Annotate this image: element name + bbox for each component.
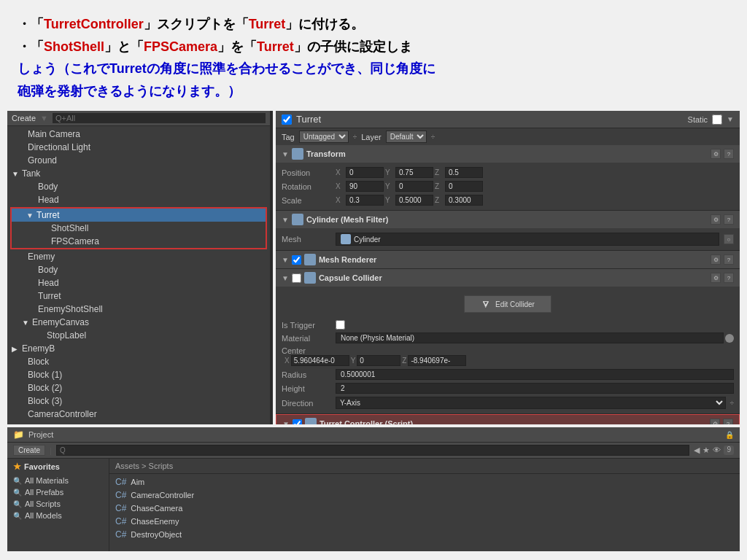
script-item-aim[interactable]: C# Aim — [109, 475, 740, 489]
mesh-label: Mesh — [282, 235, 333, 244]
mesh-renderer-header[interactable]: ▼ Mesh Renderer ⚙ ? — [276, 251, 740, 268]
capsule-collider-settings-icon[interactable]: ⚙ — [711, 273, 721, 283]
hierarchy-item-camera-controller[interactable]: CameraController — [7, 408, 270, 421]
hierarchy-item-main-camera[interactable]: Main Camera — [7, 128, 270, 141]
eye-icon[interactable]: 👁 — [713, 446, 721, 455]
turret-controller-component: ▼ Turret Controller (Script) ⚙ ? Script … — [276, 414, 740, 424]
tree-arrow[interactable]: ▼ — [26, 211, 36, 219]
hierarchy-item-enemy-canvas[interactable]: ▼ EnemyCanvas — [7, 316, 270, 329]
tree-arrow[interactable]: ▼ — [22, 319, 32, 327]
mesh-renderer-help-icon[interactable]: ? — [724, 254, 734, 265]
hierarchy-search-input[interactable] — [53, 113, 266, 123]
mesh-renderer-arrow: ▼ — [282, 256, 289, 264]
project-search-input[interactable] — [56, 445, 690, 456]
fav-item-all-prefabs[interactable]: 🔍 All Prefabs — [7, 486, 109, 498]
edit-collider-row: ⛛ Edit Collider — [282, 289, 734, 319]
hierarchy-item-directional-light[interactable]: Directional Light — [7, 141, 270, 154]
radius-value: 0.5000001 — [336, 369, 734, 380]
mesh-renderer-settings-icon[interactable]: ⚙ — [711, 254, 721, 265]
mesh-circle-btn[interactable]: ○ — [724, 234, 734, 244]
turret-controller-settings-icon[interactable]: ⚙ — [710, 419, 720, 424]
hierarchy-item-turret[interactable]: ▼ Turret — [12, 209, 266, 222]
mesh-filter-help-icon[interactable]: ? — [724, 214, 734, 225]
scripts-list[interactable]: C# Aim C# CameraController C# ChaseCamer… — [109, 474, 740, 551]
hierarchy-item-block1[interactable]: Block (1) — [7, 368, 270, 381]
hierarchy-item-enemy-shotshell[interactable]: EnemyShotShell — [7, 303, 270, 316]
hierarchy-item-fpscamera[interactable]: FPSCamera — [12, 235, 266, 248]
inspector-static-checkbox[interactable] — [712, 114, 722, 125]
position-y-input[interactable] — [395, 167, 433, 178]
transform-settings-icon[interactable]: ⚙ — [711, 149, 721, 159]
mesh-renderer-checkbox[interactable] — [292, 255, 301, 265]
position-z-input[interactable] — [445, 167, 483, 178]
tree-arrow[interactable]: ▶ — [12, 345, 22, 353]
tree-arrow[interactable]: ▼ — [12, 170, 22, 178]
position-x-input[interactable] — [346, 167, 384, 178]
mesh-filter-settings-icon[interactable]: ⚙ — [711, 214, 721, 225]
project-create-btn[interactable]: Create — [13, 445, 45, 456]
mesh-filter-header[interactable]: ▼ Cylinder (Mesh Filter) ⚙ ? — [276, 211, 740, 228]
hierarchy-create-btn[interactable]: Create — [12, 114, 36, 122]
transform-body: Position X Y Z Rotation X — [276, 163, 740, 210]
project-panel: 📁 Project 🔒 Create | ◀ ★ 👁 9 ★ — [7, 427, 740, 551]
material-circle-btn[interactable] — [725, 334, 734, 343]
hierarchy-item-enemy-turret[interactable]: Turret — [7, 289, 270, 303]
fav-item-all-scripts[interactable]: 🔍 All Scripts — [7, 498, 109, 510]
back-icon[interactable]: ◀ — [694, 446, 700, 455]
turret-controller-checkbox[interactable] — [293, 419, 302, 425]
material-value-row: None (Physic Material) — [336, 332, 734, 343]
scale-z-input[interactable] — [445, 195, 483, 206]
script-item-destroy-object[interactable]: C# DestroyObject — [109, 528, 740, 541]
rotation-x-input[interactable] — [346, 181, 384, 192]
inspector-active-checkbox[interactable] — [282, 114, 292, 125]
fav-item-all-models[interactable]: 🔍 All Models — [7, 510, 109, 521]
rotation-z-input[interactable] — [445, 181, 483, 192]
scale-y-input[interactable] — [395, 195, 433, 206]
is-trigger-checkbox[interactable] — [336, 320, 345, 330]
hierarchy-item-block3[interactable]: Block (3) — [7, 394, 270, 408]
hierarchy-item-stoplabel[interactable]: StopLabel — [7, 329, 270, 342]
hierarchy-item-shotshell[interactable]: ShotShell — [12, 222, 266, 235]
favorites-header: ★ Favorites — [7, 459, 109, 475]
star-toolbar-icon[interactable]: ★ — [703, 446, 710, 455]
hierarchy-body[interactable]: Main Camera Directional Light Ground ▼ T… — [7, 126, 270, 424]
turret-controller-header[interactable]: ▼ Turret Controller (Script) ⚙ ? — [276, 415, 739, 424]
turret-controller-help-icon[interactable]: ? — [723, 419, 733, 424]
mesh-renderer-actions: ⚙ ? — [711, 254, 734, 265]
tag-select[interactable]: Untagged — [299, 131, 349, 143]
transform-header[interactable]: ▼ Transform ⚙ ? — [276, 145, 740, 163]
instruction-line2: ・「ShotShell」と「FPSCamera」を「Turret」の子供に設定し… — [18, 36, 729, 58]
rotation-y-input[interactable] — [395, 181, 433, 192]
layer-select[interactable]: Default — [386, 131, 427, 143]
capsule-collider-header[interactable]: ▼ Capsule Collider ⚙ ? — [276, 269, 740, 287]
hierarchy-item-block[interactable]: Block — [7, 355, 270, 368]
tree-arrow — [18, 157, 28, 165]
project-title: Project — [28, 430, 53, 439]
hierarchy-item-tank[interactable]: ▼ Tank — [7, 167, 270, 180]
hierarchy-item-enemy[interactable]: Enemy — [7, 250, 270, 263]
hierarchy-item-ground[interactable]: Ground — [7, 154, 270, 167]
script-item-camera-controller[interactable]: C# CameraController — [109, 489, 740, 502]
scale-x-input[interactable] — [346, 195, 384, 206]
hierarchy-item-head[interactable]: Head — [7, 193, 270, 206]
script-item-chase-enemy[interactable]: C# ChaseEnemy — [109, 515, 740, 528]
script-item-label: ChaseEnemy — [131, 517, 179, 526]
hierarchy-item-enemy-body[interactable]: Body — [7, 263, 270, 276]
direction-select[interactable]: Y-Axis — [336, 397, 726, 409]
capsule-collider-help-icon[interactable]: ? — [724, 273, 734, 283]
center-z-input[interactable] — [408, 355, 466, 366]
transform-help-icon[interactable]: ? — [724, 149, 734, 159]
hierarchy-item-body[interactable]: Body — [7, 180, 270, 193]
lock-icon[interactable]: 🔒 — [725, 431, 734, 439]
capsule-collider-checkbox[interactable] — [292, 273, 301, 283]
hierarchy-item-block2[interactable]: Block (2) — [7, 381, 270, 394]
hierarchy-item-enemyb[interactable]: ▶ EnemyB — [7, 342, 270, 355]
mesh-name: Cylinder — [354, 236, 381, 244]
capsule-collider-actions: ⚙ ? — [711, 273, 734, 283]
hierarchy-item-enemy-head[interactable]: Head — [7, 276, 270, 289]
center-x-input[interactable] — [291, 355, 349, 366]
script-item-chase-camera[interactable]: C# ChaseCamera — [109, 502, 740, 515]
fav-item-all-materials[interactable]: 🔍 All Materials — [7, 475, 109, 486]
edit-collider-button[interactable]: ⛛ Edit Collider — [464, 295, 551, 313]
center-y-input[interactable] — [357, 355, 400, 366]
